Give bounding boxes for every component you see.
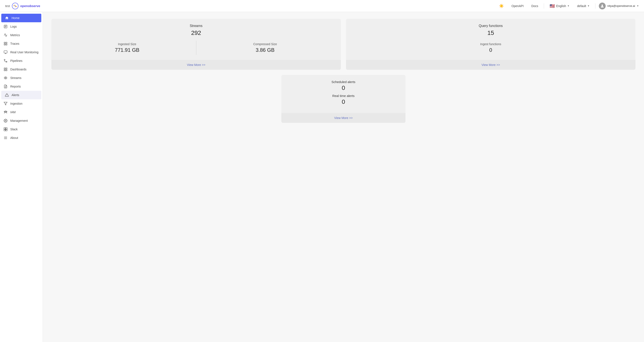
compressed-size-stat: Compressed Size 3.86 GB: [196, 41, 334, 55]
svg-rect-8: [6, 42, 7, 43]
query-card-body: Query functions 15 Ingest functions 0: [346, 19, 636, 60]
svg-point-1: [14, 5, 16, 6]
alerts-card-body: Scheduled alerts 0 Real time alerts 0: [281, 75, 406, 113]
svg-rect-19: [6, 70, 7, 71]
chevron-down-icon: ▼: [637, 5, 639, 7]
docs-button[interactable]: Docs: [529, 3, 540, 9]
svg-rect-33: [6, 130, 7, 131]
openapi-button[interactable]: OpenAPI: [509, 3, 526, 9]
sidebar-item-label: Dashboards: [10, 68, 26, 71]
sidebar-item-traces[interactable]: Traces: [0, 40, 42, 48]
svg-rect-30: [4, 128, 6, 129]
sidebar-item-label: About: [10, 136, 18, 140]
ingested-size-stat: Ingested Size 771.91 GB: [58, 41, 196, 55]
scheduled-alerts-row: Scheduled alerts 0: [288, 80, 399, 92]
sidebar-item-metrics[interactable]: Metrics: [0, 31, 42, 40]
scheduled-alerts-title: Scheduled alerts: [288, 80, 399, 84]
svg-rect-10: [6, 44, 7, 45]
app-name: openobserve: [20, 4, 40, 8]
sidebar-item-label: Management: [10, 119, 28, 122]
svg-marker-25: [4, 102, 7, 105]
query-card-footer: View More >>: [346, 60, 636, 70]
org-label: default: [577, 4, 586, 8]
svg-rect-9: [4, 44, 5, 45]
iam-icon: [4, 110, 8, 114]
main-content: Streams 292 Ingested Size 771.91 GB Comp…: [43, 12, 644, 342]
sidebar-item-label: Ingestion: [10, 102, 22, 105]
rum-icon: [4, 50, 8, 54]
header-divider-2: [595, 4, 596, 8]
svg-point-14: [4, 59, 5, 60]
reports-icon: [4, 84, 8, 88]
traces-icon: [4, 42, 8, 46]
streams-view-more-link[interactable]: View More >>: [187, 63, 205, 66]
sidebar-item-label: Real User Monitoring: [10, 50, 38, 54]
svg-rect-17: [6, 68, 7, 69]
svg-rect-16: [4, 68, 5, 69]
chevron-down-icon: ▼: [567, 5, 570, 7]
sidebar-item-slack[interactable]: Slack: [0, 125, 42, 134]
compressed-size-label: Compressed Size: [200, 42, 331, 46]
query-stats: Ingest functions 0: [353, 41, 628, 55]
language-selector[interactable]: 🇺🇸 English ▼: [548, 2, 572, 10]
streams-card-footer: View More >>: [52, 60, 341, 70]
language-label: English: [556, 4, 566, 8]
theme-icon: ☀️: [499, 4, 504, 8]
cards-bottom-row: Scheduled alerts 0 Real time alerts 0 Vi…: [52, 75, 636, 123]
theme-toggle-button[interactable]: ☀️: [497, 2, 506, 10]
sidebar-item-about[interactable]: About: [0, 134, 42, 142]
sidebar-item-label: Traces: [10, 42, 19, 45]
sidebar-item-iam[interactable]: IAM: [0, 108, 42, 116]
org-selector[interactable]: default ▼: [575, 3, 592, 9]
sidebar-item-home[interactable]: Home: [1, 14, 41, 22]
realtime-alerts-value: 0: [288, 98, 399, 105]
compressed-size-value: 3.86 GB: [200, 47, 331, 53]
svg-point-27: [6, 111, 7, 112]
ingest-functions-stat: Ingest functions 0: [353, 41, 628, 55]
sidebar-item-label: Home: [12, 16, 20, 20]
sidebar: Home Logs Metrics Traces Real User Monit: [0, 12, 43, 342]
avatar: [599, 2, 606, 10]
openapi-label: OpenAPI: [512, 4, 524, 8]
alerts-view-more-link[interactable]: View More >>: [334, 116, 352, 120]
cards-top-row: Streams 292 Ingested Size 771.91 GB Comp…: [52, 19, 636, 70]
sidebar-item-label: Metrics: [10, 34, 20, 37]
realtime-alerts-row: Real time alerts 0: [288, 94, 399, 105]
metrics-icon: [4, 33, 8, 37]
user-menu[interactable]: nitya@openobserve.ai ▼: [599, 2, 639, 10]
sidebar-item-ingestion[interactable]: Ingestion: [0, 99, 42, 108]
query-count: 15: [353, 30, 628, 36]
sidebar-item-label: Streams: [10, 76, 22, 80]
streams-stats: Ingested Size 771.91 GB Compressed Size …: [58, 41, 334, 55]
flag-icon: 🇺🇸: [550, 4, 555, 8]
sidebar-item-alerts[interactable]: Alerts: [1, 91, 41, 99]
sidebar-item-streams[interactable]: Streams: [0, 74, 42, 82]
ingestion-icon: [4, 102, 8, 106]
query-card: Query functions 15 Ingest functions 0 Vi…: [346, 19, 636, 70]
scheduled-alerts-value: 0: [288, 84, 399, 92]
sidebar-item-logs[interactable]: Logs: [0, 22, 42, 31]
app-logo: [12, 2, 19, 10]
sidebar-item-management[interactable]: Management: [0, 116, 42, 125]
docs-label: Docs: [532, 4, 538, 8]
streams-card-body: Streams 292 Ingested Size 771.91 GB Comp…: [52, 19, 341, 60]
dashboards-icon: [4, 67, 8, 72]
sidebar-item-rum[interactable]: Real User Monitoring: [0, 48, 42, 56]
query-view-more-link[interactable]: View More >>: [482, 63, 500, 66]
sidebar-item-dashboards[interactable]: Dashboards: [0, 65, 42, 74]
sidebar-item-label: Slack: [10, 128, 18, 131]
slack-icon: [4, 127, 8, 132]
sidebar-item-label: IAM: [10, 110, 16, 114]
ingest-label: Ingest functions: [356, 42, 625, 46]
sidebar-item-label: Alerts: [12, 93, 19, 97]
sidebar-item-reports[interactable]: Reports: [0, 82, 42, 91]
user-email: nitya@openobserve.ai: [608, 4, 635, 8]
svg-rect-31: [6, 128, 7, 129]
sidebar-item-pipelines[interactable]: Pipelines: [0, 56, 42, 65]
query-card-title: Query functions: [353, 24, 628, 28]
alerts-card-wrapper: Scheduled alerts 0 Real time alerts 0 Vi…: [281, 75, 406, 123]
alerts-icon: [5, 93, 9, 97]
logs-icon: [4, 24, 8, 29]
svg-point-20: [5, 78, 6, 78]
svg-rect-32: [4, 130, 6, 131]
